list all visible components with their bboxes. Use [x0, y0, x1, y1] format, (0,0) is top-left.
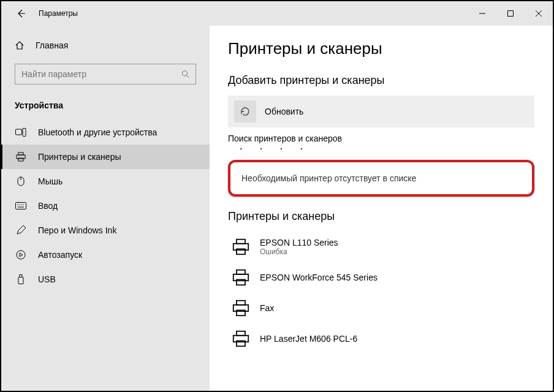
- refresh-button[interactable]: [234, 100, 256, 123]
- close-button[interactable]: [525, 4, 553, 23]
- svg-rect-22: [237, 239, 245, 244]
- svg-rect-13: [16, 203, 26, 209]
- window-title: Параметры: [39, 9, 78, 18]
- minimize-button[interactable]: [468, 4, 496, 23]
- printer-icon: [230, 236, 251, 257]
- sidebar-item-autoplay[interactable]: Автозапуск: [1, 243, 210, 267]
- sidebar-item-label: USB: [38, 274, 56, 284]
- svg-point-14: [17, 204, 18, 205]
- sidebar-item-label: Ввод: [38, 201, 58, 211]
- maximize-icon: [507, 10, 514, 17]
- sidebar-item-usb[interactable]: USB: [1, 267, 210, 292]
- printer-icon: [230, 328, 251, 349]
- printer-item[interactable]: EPSON WorkForce 545 Series: [228, 262, 534, 293]
- svg-line-5: [186, 75, 189, 78]
- sidebar-item-pen[interactable]: Перо и Windows Ink: [1, 218, 210, 243]
- sidebar-item-label: Автозапуск: [38, 250, 82, 260]
- usb-icon: [15, 274, 27, 284]
- svg-point-16: [21, 204, 21, 205]
- minimize-icon: [479, 10, 485, 17]
- printer-name: EPSON WorkForce 545 Series: [260, 273, 378, 282]
- svg-rect-25: [237, 270, 245, 274]
- page-title: Принтеры и сканеры: [228, 39, 534, 58]
- main-content: Принтеры и сканеры Добавить принтеры и с…: [210, 26, 553, 391]
- home-label: Главная: [36, 40, 68, 50]
- sidebar-item-label: Перо и Windows Ink: [38, 225, 116, 235]
- svg-rect-7: [23, 129, 26, 137]
- searching-text: Поиск принтеров и сканеров: [228, 134, 534, 143]
- printer-item[interactable]: HP LaserJet M606 PCL-6: [228, 323, 534, 354]
- printer-icon: [230, 298, 251, 318]
- svg-point-17: [23, 204, 23, 205]
- printer-item[interactable]: Fax: [228, 293, 534, 323]
- svg-rect-28: [237, 301, 245, 305]
- refresh-row[interactable]: Обновить: [228, 96, 534, 127]
- window-controls: [468, 4, 553, 23]
- svg-rect-1: [508, 11, 514, 17]
- sidebar-item-mouse[interactable]: Мышь: [1, 169, 210, 194]
- svg-rect-6: [16, 129, 22, 135]
- missing-printer-label: Необходимый принтер отсутствует в списке: [241, 173, 416, 183]
- home-nav[interactable]: Главная: [1, 34, 210, 56]
- printer-icon: [15, 152, 27, 162]
- pen-icon: [15, 225, 27, 235]
- svg-point-19: [17, 251, 25, 259]
- search-input[interactable]: [21, 69, 181, 79]
- svg-point-15: [19, 204, 20, 205]
- search-icon: [181, 70, 189, 78]
- svg-rect-20: [20, 275, 22, 277]
- titlebar: Параметры: [1, 1, 553, 26]
- search-box[interactable]: [15, 64, 196, 85]
- add-section-heading: Добавить принтеры и сканеры: [228, 74, 534, 87]
- back-button[interactable]: [12, 5, 29, 22]
- svg-point-4: [182, 71, 187, 76]
- back-arrow-icon: [16, 9, 26, 18]
- missing-printer-link[interactable]: Необходимый принтер отсутствует в списке: [228, 160, 534, 197]
- home-icon: [15, 40, 25, 50]
- progress-dots: ••••: [228, 146, 534, 151]
- close-icon: [536, 10, 542, 17]
- sidebar-section-title: Устройства: [1, 96, 210, 120]
- printer-status: Ошибка: [260, 247, 338, 256]
- svg-rect-31: [237, 331, 245, 336]
- sidebar-item-label: Принтеры и сканеры: [38, 152, 121, 162]
- refresh-icon: [240, 106, 251, 117]
- printers-section-heading: Принтеры и сканеры: [228, 210, 534, 223]
- svg-rect-8: [18, 153, 23, 155]
- sidebar: Главная Устройства Bluetooth и другие ус…: [1, 26, 210, 391]
- keyboard-icon: [15, 202, 27, 209]
- autoplay-icon: [15, 250, 27, 260]
- mouse-icon: [15, 176, 27, 186]
- printer-name: Fax: [260, 303, 274, 313]
- printer-item[interactable]: EPSON L110 Series Ошибка: [228, 232, 534, 262]
- sidebar-item-bluetooth[interactable]: Bluetooth и другие устройства: [1, 120, 210, 145]
- maximize-button[interactable]: [496, 4, 525, 23]
- svg-rect-21: [18, 277, 23, 284]
- printer-name: HP LaserJet M606 PCL-6: [260, 334, 357, 344]
- refresh-label: Обновить: [265, 107, 303, 116]
- sidebar-item-label: Мышь: [38, 176, 63, 186]
- sidebar-item-typing[interactable]: Ввод: [1, 194, 210, 218]
- printer-name: EPSON L110 Series: [260, 238, 338, 247]
- sidebar-item-printers[interactable]: Принтеры и сканеры: [1, 145, 210, 169]
- sidebar-item-label: Bluetooth и другие устройства: [38, 127, 157, 137]
- devices-icon: [15, 128, 27, 137]
- printer-icon: [230, 267, 251, 288]
